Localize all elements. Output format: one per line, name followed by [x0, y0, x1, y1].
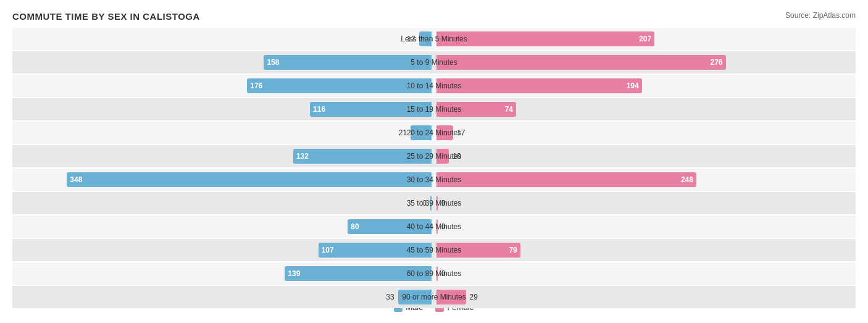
left-section: 0 — [12, 192, 434, 214]
chart-row: 158 5 to 9 Minutes 276 — [12, 51, 856, 73]
left-section: 116 — [12, 98, 434, 120]
row-label: 40 to 44 Minutes — [407, 222, 462, 231]
female-bar: 207 — [436, 31, 654, 46]
row-label: Less than 5 Minutes — [401, 35, 467, 43]
bars-area: 12 Less than 5 Minutes 207 158 5 to 9 Mi… — [12, 28, 856, 287]
male-value-inside: 176 — [247, 82, 265, 90]
right-section: 79 — [434, 239, 856, 261]
row-label: 30 to 34 Minutes — [407, 175, 462, 184]
row-label: 25 to 29 Minutes — [407, 152, 462, 161]
left-section: 176 — [12, 75, 434, 97]
chart-row: 139 60 to 89 Minutes 0 — [12, 262, 856, 285]
row-label: 60 to 89 Minutes — [407, 269, 462, 278]
right-section: 207 — [434, 28, 856, 50]
row-label: 15 to 19 Minutes — [407, 105, 462, 114]
chart-row: 12 Less than 5 Minutes 207 — [12, 28, 856, 50]
right-section: 17 — [434, 122, 856, 144]
chart-container: COMMUTE TIME BY SEX IN CALISTOGA Source:… — [0, 0, 868, 323]
left-section: 21 — [12, 122, 434, 144]
female-value-inside: 276 — [707, 58, 725, 67]
female-bar: 194 — [436, 78, 642, 93]
left-section: 12 — [12, 28, 434, 50]
chart-row: 33 90 or more Minutes 29 — [12, 286, 856, 308]
left-section: 107 — [12, 239, 434, 261]
row-label: 90 or more Minutes — [402, 293, 465, 301]
right-section: 74 — [434, 98, 856, 120]
male-bar: 176 — [247, 78, 432, 93]
chart-row: 107 45 to 59 Minutes 79 — [12, 239, 856, 261]
male-bar: 158 — [264, 55, 432, 70]
chart-title: COMMUTE TIME BY SEX IN CALISTOGA — [12, 11, 856, 22]
left-section: 33 — [12, 286, 434, 308]
right-section: 276 — [434, 51, 856, 73]
male-value-inside: 116 — [310, 105, 328, 114]
female-bar: 276 — [436, 55, 726, 70]
male-value-inside: 348 — [67, 175, 85, 184]
female-value-inside: 207 — [636, 35, 654, 43]
male-value-inside: 139 — [285, 269, 303, 278]
left-section: 139 — [12, 262, 434, 285]
row-label: 45 to 59 Minutes — [407, 246, 462, 254]
female-value-inside: 194 — [624, 82, 642, 90]
right-section: 0 — [434, 262, 856, 285]
chart-row: 21 20 to 24 Minutes 17 — [12, 122, 856, 144]
left-section: 348 — [12, 169, 434, 191]
male-bar: 348 — [67, 172, 432, 187]
female-value: 29 — [470, 293, 488, 301]
chart-row: 0 35 to 39 Minutes 0 — [12, 192, 856, 214]
female-value-inside: 79 — [506, 246, 520, 254]
row-label: 10 to 14 Minutes — [407, 82, 462, 90]
right-section: 29 — [434, 286, 856, 308]
right-section: 0 — [434, 192, 856, 214]
right-section: 10 — [434, 145, 856, 167]
male-value: 21 — [388, 128, 407, 137]
left-section: 80 — [12, 216, 434, 238]
chart-row: 176 10 to 14 Minutes 194 — [12, 75, 856, 97]
male-value-inside: 80 — [348, 222, 362, 231]
chart-row: 348 30 to 34 Minutes 248 — [12, 169, 856, 191]
chart-row: 116 15 to 19 Minutes 74 — [12, 98, 856, 120]
chart-row: 80 40 to 44 Minutes 0 — [12, 216, 856, 238]
row-label: 20 to 24 Minutes — [407, 128, 462, 137]
chart-row: 132 25 to 29 Minutes 10 — [12, 145, 856, 167]
male-value: 33 — [376, 293, 394, 301]
female-value-inside: 248 — [678, 175, 696, 184]
row-label: 35 to 39 Minutes — [407, 199, 462, 208]
female-bar: 248 — [436, 172, 696, 187]
female-value-inside: 74 — [502, 105, 516, 114]
left-section: 132 — [12, 145, 434, 167]
source-label: Source: ZipAtlas.com — [785, 11, 856, 20]
left-section: 158 — [12, 51, 434, 73]
right-section: 194 — [434, 75, 856, 97]
row-label: 5 to 9 Minutes — [411, 58, 457, 67]
male-value-inside: 158 — [264, 58, 282, 67]
right-section: 248 — [434, 169, 856, 191]
right-section: 0 — [434, 216, 856, 238]
male-value-inside: 132 — [293, 152, 312, 161]
male-value-inside: 107 — [319, 246, 337, 254]
